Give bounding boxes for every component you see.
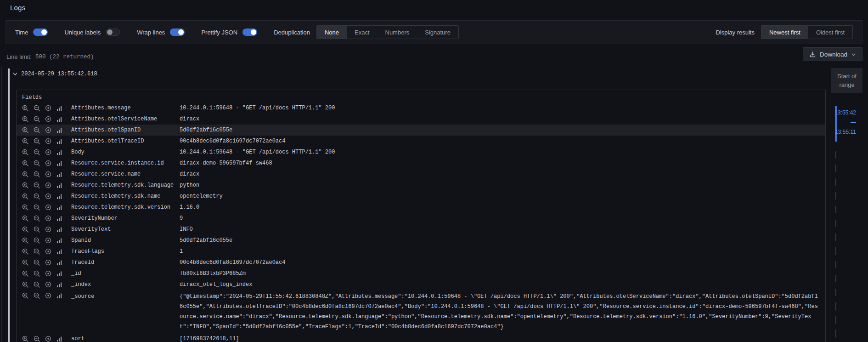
filter-for-value-icon[interactable] <box>22 116 28 122</box>
filter-out-value-icon[interactable] <box>34 281 40 288</box>
filter-out-value-icon[interactable] <box>34 226 40 233</box>
field-row-actions <box>22 335 71 342</box>
filter-for-value-icon[interactable] <box>22 105 28 111</box>
field-stats-icon[interactable] <box>56 226 63 233</box>
toggle-switch[interactable] <box>106 28 120 36</box>
filter-out-value-icon[interactable] <box>34 138 40 144</box>
filter-out-value-icon[interactable] <box>34 248 40 255</box>
field-stats-icon[interactable] <box>56 292 63 299</box>
filter-out-value-icon[interactable] <box>34 237 40 244</box>
filter-out-value-icon[interactable] <box>34 215 40 222</box>
toggle-visibility-icon[interactable] <box>45 336 51 342</box>
field-stats-icon[interactable] <box>56 182 63 188</box>
filter-out-value-icon[interactable] <box>34 105 40 111</box>
field-stats-icon[interactable] <box>56 248 63 255</box>
dedup-option-signature[interactable]: Signature <box>417 26 458 39</box>
toggle-visibility-icon[interactable] <box>45 248 51 255</box>
toggle-visibility-icon[interactable] <box>45 127 51 133</box>
field-stats-icon[interactable] <box>56 116 63 122</box>
dedup-option-numbers[interactable]: Numbers <box>378 26 417 39</box>
filter-for-value-icon[interactable] <box>22 226 28 233</box>
toggle-switch[interactable] <box>170 28 185 36</box>
field-stats-icon[interactable] <box>56 160 63 166</box>
field-row: _index diracx_otel_logs_index <box>17 279 825 290</box>
toggle-visibility-icon[interactable] <box>45 182 51 188</box>
filter-out-value-icon[interactable] <box>34 127 40 133</box>
filter-out-value-icon[interactable] <box>34 149 40 155</box>
toggle-visibility-icon[interactable] <box>45 281 51 288</box>
dedup-option-none[interactable]: None <box>317 26 347 39</box>
download-icon <box>809 51 816 58</box>
toggle-visibility-icon[interactable] <box>45 171 51 177</box>
filter-out-value-icon[interactable] <box>34 259 40 266</box>
filter-for-value-icon[interactable] <box>22 259 28 266</box>
toggle-time[interactable]: Time <box>15 28 48 36</box>
filter-for-value-icon[interactable] <box>22 182 28 188</box>
field-stats-icon[interactable] <box>56 127 63 133</box>
toggle-visibility-icon[interactable] <box>45 292 51 299</box>
toggle-visibility-icon[interactable] <box>45 160 51 166</box>
log-row-header[interactable]: 2024-05-29 13:55:42.618 <box>12 71 97 77</box>
order-option-oldest-first[interactable]: Oldest first <box>808 26 852 39</box>
collapse-chevron-icon[interactable] <box>12 71 18 77</box>
field-stats-icon[interactable] <box>56 171 63 177</box>
filter-for-value-icon[interactable] <box>22 237 28 244</box>
toggle-switch[interactable] <box>33 28 48 36</box>
filter-for-value-icon[interactable] <box>22 270 28 277</box>
filter-out-value-icon[interactable] <box>34 116 40 122</box>
filter-out-value-icon[interactable] <box>34 160 40 166</box>
filter-for-value-icon[interactable] <box>22 171 28 177</box>
toggle-wrap-lines[interactable]: Wrap lines <box>137 28 185 36</box>
filter-out-value-icon[interactable] <box>34 193 40 200</box>
field-stats-icon[interactable] <box>56 336 63 342</box>
toggle-prettify-json[interactable]: Prettify JSON <box>201 28 257 36</box>
toggle-visibility-icon[interactable] <box>45 237 51 244</box>
field-stats-icon[interactable] <box>56 270 63 277</box>
field-stats-icon[interactable] <box>56 193 63 200</box>
filter-for-value-icon[interactable] <box>22 193 28 200</box>
toggle-visibility-icon[interactable] <box>45 270 51 277</box>
field-row: _id Tb80xI8B3lxbP3P685Zm <box>17 268 825 279</box>
field-stats-icon[interactable] <box>56 215 63 222</box>
log-navigation-timeline[interactable] <box>835 151 836 342</box>
toggle-unique-labels[interactable]: Unique labels <box>64 28 120 36</box>
filter-for-value-icon[interactable] <box>22 204 28 211</box>
toggle-visibility-icon[interactable] <box>45 105 51 111</box>
filter-for-value-icon[interactable] <box>22 127 28 133</box>
filter-for-value-icon[interactable] <box>22 292 28 299</box>
filter-for-value-icon[interactable] <box>22 248 28 255</box>
field-stats-icon[interactable] <box>56 149 63 155</box>
filter-for-value-icon[interactable] <box>22 138 28 144</box>
toggle-visibility-icon[interactable] <box>45 193 51 200</box>
field-stats-icon[interactable] <box>56 105 63 111</box>
order-option-newest-first[interactable]: Newest first <box>761 26 808 39</box>
toggle-visibility-icon[interactable] <box>45 204 51 211</box>
toggle-visibility-icon[interactable] <box>45 149 51 155</box>
field-stats-icon[interactable] <box>56 259 63 266</box>
filter-for-value-icon[interactable] <box>22 215 28 222</box>
filter-out-value-icon[interactable] <box>34 336 40 342</box>
field-value: diracx-demo-596597bf4f-sw468 <box>180 159 825 167</box>
field-stats-icon[interactable] <box>56 237 63 244</box>
filter-for-value-icon[interactable] <box>22 281 28 288</box>
toggle-switch[interactable] <box>242 28 257 36</box>
toggle-visibility-icon[interactable] <box>45 215 51 222</box>
filter-for-value-icon[interactable] <box>22 149 28 155</box>
toggle-visibility-icon[interactable] <box>45 226 51 233</box>
download-button[interactable]: Download <box>803 47 862 61</box>
filter-out-value-icon[interactable] <box>34 292 40 299</box>
filter-out-value-icon[interactable] <box>34 171 40 177</box>
filter-for-value-icon[interactable] <box>22 160 28 166</box>
field-stats-icon[interactable] <box>56 204 63 211</box>
dedup-option-exact[interactable]: Exact <box>347 26 378 39</box>
toggle-visibility-icon[interactable] <box>45 116 51 122</box>
filter-out-value-icon[interactable] <box>34 182 40 188</box>
toggle-visibility-icon[interactable] <box>45 138 51 144</box>
field-stats-icon[interactable] <box>56 281 63 288</box>
filter-for-value-icon[interactable] <box>22 336 28 342</box>
field-row-actions <box>22 280 71 288</box>
filter-out-value-icon[interactable] <box>34 204 40 211</box>
field-stats-icon[interactable] <box>56 138 63 144</box>
toggle-visibility-icon[interactable] <box>45 259 51 266</box>
filter-out-value-icon[interactable] <box>34 270 40 277</box>
